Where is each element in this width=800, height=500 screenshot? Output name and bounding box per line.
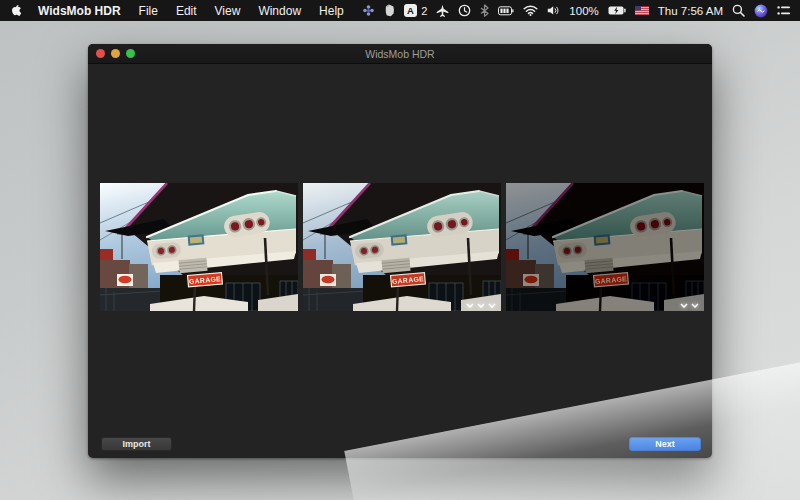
app-window: WidsMob HDR GARAGE: [88, 44, 712, 458]
menu-bar-status-area: A 2 100%: [363, 4, 790, 18]
photo-row: GARAGE GARAGE: [100, 183, 704, 311]
svg-text:A: A: [407, 5, 414, 16]
photo-scene: GARAGE: [506, 183, 704, 311]
close-button[interactable]: [96, 49, 105, 58]
menu-help[interactable]: Help: [319, 4, 344, 18]
import-button[interactable]: Import: [101, 437, 172, 451]
window-title: WidsMob HDR: [88, 48, 712, 60]
photo-bracket-3[interactable]: GARAGE: [506, 183, 704, 311]
photo-bracket-2[interactable]: GARAGE: [303, 183, 501, 311]
menu-bar-clock[interactable]: Thu 7:56 AM: [658, 5, 723, 17]
wifi-icon[interactable]: [523, 5, 538, 16]
apple-icon: [10, 4, 22, 18]
input-source-badge: 2: [421, 5, 427, 17]
menu-edit[interactable]: Edit: [176, 4, 197, 18]
garage-sign: GARAGE: [594, 273, 629, 287]
notification-center-icon[interactable]: [777, 5, 790, 16]
chevron-down-icon[interactable]: [680, 303, 688, 308]
chevron-down-icon[interactable]: [488, 303, 496, 308]
photo-bracket-1[interactable]: GARAGE: [100, 183, 298, 311]
chevron-down-icon[interactable]: [691, 303, 699, 308]
garage-sign: GARAGE: [391, 273, 426, 287]
settings-app-icon[interactable]: [363, 5, 374, 16]
airplane-icon[interactable]: [436, 4, 449, 17]
bluetooth-icon[interactable]: [480, 4, 489, 17]
desktop: WidsMob HDR File Edit View Window Help A…: [0, 0, 800, 500]
garage-sign: GARAGE: [188, 273, 223, 287]
time-machine-icon[interactable]: [458, 4, 471, 17]
zoom-button[interactable]: [126, 49, 135, 58]
input-source-icon[interactable]: A: [404, 4, 417, 17]
evernote-icon[interactable]: [383, 4, 395, 17]
battery-percent: 100%: [569, 5, 598, 17]
apple-menu[interactable]: [10, 4, 22, 18]
photo-scene: GARAGE: [303, 183, 501, 311]
spotlight-icon[interactable]: [732, 4, 745, 17]
window-content: GARAGE GARAGE: [88, 63, 712, 458]
chevron-down-icon[interactable]: [466, 303, 474, 308]
menu-window[interactable]: Window: [258, 4, 301, 18]
photo-scene: GARAGE: [100, 183, 298, 311]
chevron-down-icon[interactable]: [477, 303, 485, 308]
exposure-chevrons[interactable]: [466, 303, 496, 308]
next-button[interactable]: Next: [629, 437, 701, 451]
window-titlebar[interactable]: WidsMob HDR: [88, 44, 712, 64]
menu-bar: WidsMob HDR File Edit View Window Help A…: [0, 0, 800, 21]
volume-icon[interactable]: [547, 5, 560, 16]
input-flag-us-icon[interactable]: [635, 6, 649, 15]
menu-file[interactable]: File: [139, 4, 158, 18]
minimize-button[interactable]: [111, 49, 120, 58]
siri-icon[interactable]: [754, 4, 768, 18]
exposure-chevrons[interactable]: [680, 303, 699, 308]
keyboard-battery-icon[interactable]: [498, 6, 514, 16]
battery-icon[interactable]: [608, 6, 626, 15]
app-menu-title[interactable]: WidsMob HDR: [38, 4, 121, 18]
menu-view[interactable]: View: [215, 4, 241, 18]
